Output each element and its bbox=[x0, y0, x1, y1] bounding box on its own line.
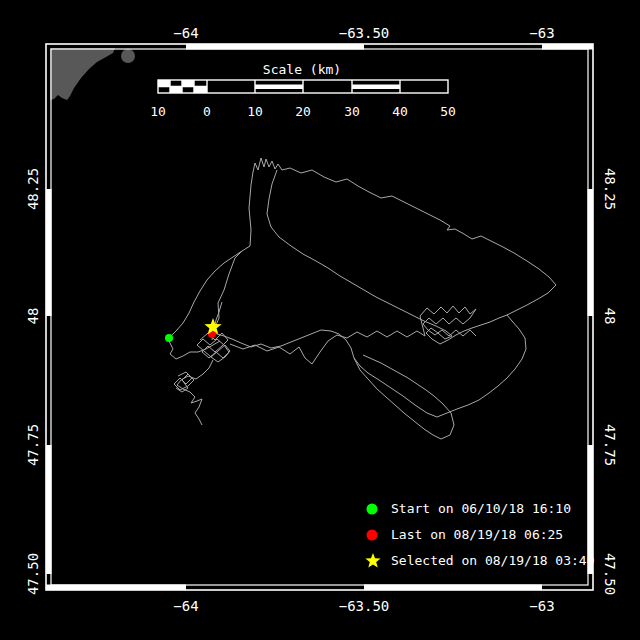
axis-label-right-4775: 47.75 bbox=[603, 424, 617, 466]
legend-label-last: Last on 08/19/18 06:25 bbox=[391, 527, 563, 543]
axis-label-left-48: 48 bbox=[26, 308, 40, 325]
legend-marker-2 bbox=[365, 553, 380, 568]
track-path bbox=[213, 158, 556, 332]
axis-label-bottom-63: −63 bbox=[529, 599, 554, 613]
track-path bbox=[230, 316, 425, 364]
axis-label-bottom-64: −64 bbox=[173, 599, 198, 613]
scale-tick-label: 40 bbox=[392, 105, 408, 119]
axis-label-bottom-6350: −63.50 bbox=[339, 599, 390, 613]
scale-tick-label: 0 bbox=[203, 105, 211, 119]
start-marker bbox=[165, 334, 173, 342]
track-path bbox=[177, 360, 213, 425]
track-map-plot: −64 −63.50 −63 −64 −63.50 −63 48.25 48 4… bbox=[0, 0, 640, 640]
axis-label-right-48: 48 bbox=[603, 308, 617, 325]
scale-tick-label: 20 bbox=[295, 105, 311, 119]
scale-tick-label: 10 bbox=[247, 105, 263, 119]
axis-label-top-6350: −63.50 bbox=[339, 26, 390, 40]
axis-label-right-4825: 48.25 bbox=[603, 168, 617, 210]
track-path bbox=[170, 251, 242, 337]
track-path bbox=[267, 170, 507, 344]
axis-label-right-4750: 47.50 bbox=[603, 553, 617, 595]
legend-marker-1 bbox=[367, 530, 378, 541]
legend-label-selected: Selected on 08/19/18 03:40 bbox=[391, 553, 595, 569]
track-path bbox=[213, 285, 556, 417]
scale-tick-label: 50 bbox=[440, 105, 456, 119]
map-dynamic-layer bbox=[50, 48, 556, 568]
axis-label-left-4750: 47.50 bbox=[26, 553, 40, 595]
legend-label-start: Start on 06/10/18 16:10 bbox=[391, 501, 571, 517]
axis-label-left-4825: 48.25 bbox=[26, 168, 40, 210]
scale-bar-title: Scale (km) bbox=[263, 63, 341, 77]
axis-label-left-4775: 47.75 bbox=[26, 424, 40, 466]
track-path bbox=[420, 306, 476, 336]
map-canvas bbox=[0, 0, 640, 640]
scale-tick-label: 10 bbox=[150, 105, 166, 119]
axis-label-top-64: −64 bbox=[173, 26, 198, 40]
scale-tick-label: 30 bbox=[344, 105, 360, 119]
island-shape bbox=[121, 49, 135, 63]
axis-label-top-63: −63 bbox=[529, 26, 554, 40]
legend-marker-0 bbox=[367, 504, 378, 515]
landmass-shape bbox=[50, 48, 115, 100]
